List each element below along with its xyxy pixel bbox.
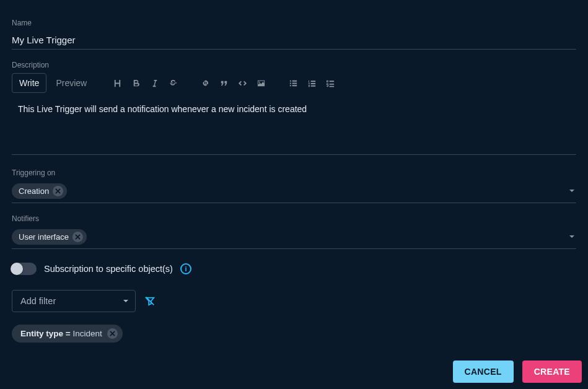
bold-icon[interactable] [127,74,144,92]
triggering-select[interactable]: Creation [12,181,576,203]
checklist-icon[interactable] [322,74,339,92]
info-icon[interactable]: i [180,263,191,274]
quote-icon[interactable] [215,74,232,92]
clear-filter-icon[interactable] [144,295,156,307]
create-button[interactable]: CREATE [522,361,582,383]
subscription-label: Subscription to specific object(s) [44,264,173,274]
chip-label: Creation [19,186,49,196]
notifiers-select[interactable]: User interface [12,227,576,249]
filter-key: Entity type = [20,329,71,338]
name-input[interactable] [12,31,576,50]
add-filter-label: Add filter [20,296,56,306]
description-input[interactable] [12,99,576,155]
chip-remove-icon[interactable] [53,186,63,196]
chevron-down-icon[interactable] [569,233,575,242]
description-label: Description [12,61,576,69]
italic-icon[interactable] [146,74,163,92]
unordered-list-icon[interactable] [284,74,302,92]
add-filter-dropdown[interactable]: Add filter [12,290,136,312]
strikethrough-icon[interactable] [164,74,182,92]
chip-remove-icon[interactable] [107,328,118,339]
filter-value: Incident [72,329,102,338]
toggle-thumb [11,263,23,275]
chip-remove-icon[interactable] [72,232,83,242]
ordered-list-icon[interactable] [303,74,320,92]
link-icon[interactable] [196,74,214,92]
notifiers-label: Notifiers [12,214,576,223]
cancel-button[interactable]: CANCEL [453,361,514,383]
filter-chip-entity-type: Entity type = Incident [12,325,123,343]
chip-creation: Creation [12,183,67,199]
tab-write[interactable]: Write [12,73,46,93]
code-icon[interactable] [234,74,251,92]
heading-icon[interactable] [108,74,126,92]
name-label: Name [12,19,576,27]
chevron-down-icon [123,298,129,304]
chevron-down-icon[interactable] [569,187,575,196]
chip-label: User interface [19,232,69,242]
image-icon[interactable] [252,74,270,92]
chip-user-interface: User interface [12,229,87,245]
subscription-toggle[interactable] [12,263,37,275]
triggering-label: Triggering on [12,168,576,177]
tab-preview[interactable]: Preview [49,74,94,92]
